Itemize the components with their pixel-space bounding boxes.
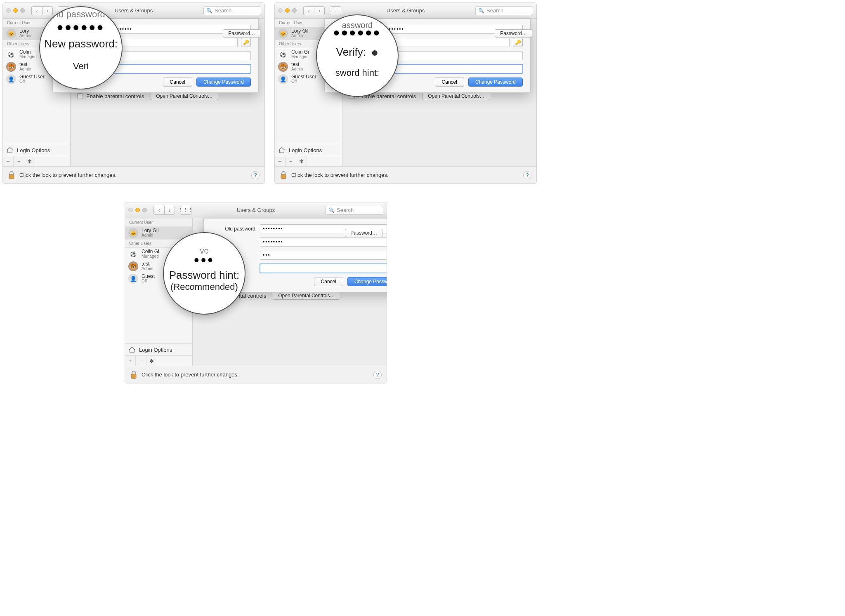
- avatar-icon: ⚽: [278, 49, 288, 59]
- home-icon: [278, 147, 286, 153]
- new-password-input[interactable]: [109, 38, 238, 47]
- traffic-lights: [6, 8, 25, 13]
- hint-input[interactable]: [109, 64, 251, 73]
- sidebar-bottom-toolbar: ＋ － ✻: [3, 156, 70, 166]
- password-assistant-icon[interactable]: 🔑: [513, 38, 523, 47]
- change-password-button[interactable]: Password…: [495, 29, 532, 38]
- close-dot-icon[interactable]: [278, 8, 283, 13]
- close-dot-icon[interactable]: [128, 208, 133, 212]
- users-groups-window-3: ‹ › ⋮⋮⋮ Users & Groups 🔍 Search Password…: [125, 202, 387, 383]
- search-field[interactable]: 🔍 Search: [475, 6, 533, 15]
- cancel-button[interactable]: Cancel: [314, 277, 343, 286]
- open-parental-controls-button[interactable]: Open Parental Controls…: [422, 92, 490, 100]
- verify-input[interactable]: [381, 51, 523, 60]
- cancel-button[interactable]: Cancel: [435, 78, 464, 87]
- add-user-button[interactable]: ＋: [275, 156, 286, 166]
- open-parental-controls-button[interactable]: Open Parental Controls…: [151, 92, 218, 100]
- open-parental-controls-button[interactable]: Open Parental Controls…: [273, 292, 340, 300]
- avatar-icon: 🐯: [278, 62, 288, 72]
- verify-input[interactable]: [109, 51, 251, 60]
- back-button[interactable]: ‹: [153, 206, 164, 215]
- show-all-button[interactable]: ⋮⋮⋮: [330, 6, 341, 15]
- toolbar: ‹ › ⋮⋮⋮ Users & Groups 🔍 Search: [125, 202, 387, 218]
- traffic-lights: [278, 8, 297, 13]
- login-options-button[interactable]: Login Options: [275, 144, 342, 156]
- magnifier-lens: ve ••• Password hint: (Recommended): [163, 232, 245, 315]
- sidebar-settings-button[interactable]: ✻: [146, 356, 157, 366]
- help-button[interactable]: ?: [373, 371, 382, 379]
- nav-buttons: ‹ ›: [31, 6, 53, 15]
- old-password-label: Old password:: [211, 226, 257, 232]
- search-icon: 🔍: [328, 207, 335, 213]
- lock-text: Click the lock to prevent further change…: [142, 371, 239, 378]
- search-field[interactable]: 🔍 Search: [203, 6, 261, 15]
- zoom-dot-icon[interactable]: [20, 8, 25, 13]
- svg-rect-1: [281, 174, 286, 179]
- hint-input[interactable]: [381, 64, 523, 73]
- sidebar-bottom-toolbar: ＋ － ✻: [125, 355, 192, 366]
- help-button[interactable]: ?: [523, 171, 531, 179]
- zoom-dot-icon[interactable]: [292, 8, 297, 13]
- minimize-dot-icon[interactable]: [135, 208, 140, 212]
- hint-input[interactable]: [260, 264, 387, 273]
- change-password-submit-button[interactable]: Change Password: [196, 78, 251, 87]
- avatar-icon: 🐯: [6, 62, 16, 72]
- login-options-button[interactable]: Login Options: [125, 343, 192, 355]
- remove-user-button[interactable]: －: [136, 356, 146, 366]
- remove-user-button[interactable]: －: [286, 156, 296, 166]
- forward-button[interactable]: ›: [42, 6, 53, 15]
- avatar-icon: 🐱: [128, 228, 138, 238]
- change-password-button[interactable]: Password…: [345, 229, 382, 237]
- toolbar: ‹ › ⋮⋮⋮ Users & Groups 🔍 Search: [3, 3, 264, 19]
- search-field[interactable]: 🔍 Search: [326, 206, 383, 215]
- checkbox-icon[interactable]: [77, 93, 83, 99]
- forward-button[interactable]: ›: [164, 206, 175, 215]
- zoom-dot-icon[interactable]: [142, 208, 147, 212]
- back-button[interactable]: ‹: [303, 6, 314, 15]
- footer: Click the lock to prevent further change…: [3, 166, 264, 183]
- forward-button[interactable]: ›: [314, 6, 325, 15]
- minimize-dot-icon[interactable]: [285, 8, 290, 13]
- svg-rect-0: [9, 174, 14, 179]
- home-icon: [128, 346, 136, 353]
- avatar-icon: 🐯: [128, 261, 138, 271]
- option-parental: Enable parental controls: [86, 93, 144, 99]
- change-password-submit-button[interactable]: Change Password: [347, 277, 387, 286]
- login-options-button[interactable]: Login Options: [3, 144, 70, 156]
- add-user-button[interactable]: ＋: [125, 356, 136, 366]
- sidebar-item-lory[interactable]: 🐱 Lory Gil Admin: [125, 227, 192, 239]
- users-groups-window-1: ‹ › ⋮⋮⋮ Users & Groups 🔍 Search Password…: [2, 2, 265, 184]
- avatar-icon: 🐱: [6, 28, 16, 38]
- search-icon: 🔍: [206, 8, 212, 14]
- lock-icon[interactable]: [8, 171, 15, 180]
- nav-buttons: ‹ ›: [303, 6, 325, 15]
- back-button[interactable]: ‹: [31, 6, 42, 15]
- change-password-button[interactable]: Password…: [223, 29, 260, 38]
- minimize-dot-icon[interactable]: [13, 8, 18, 13]
- lock-icon[interactable]: [280, 171, 287, 180]
- show-all-button[interactable]: ⋮⋮⋮: [180, 206, 191, 215]
- search-placeholder: Search: [486, 7, 503, 14]
- add-user-button[interactable]: ＋: [3, 156, 14, 166]
- new-password-input[interactable]: [260, 237, 387, 247]
- password-dots: ••••••: [57, 22, 105, 33]
- remove-user-button[interactable]: －: [14, 156, 24, 166]
- help-button[interactable]: ?: [251, 171, 260, 179]
- password-dots: ••••••: [333, 28, 381, 38]
- sidebar-bottom-toolbar: ＋ － ✻: [275, 156, 342, 166]
- search-placeholder: Search: [337, 207, 354, 213]
- sidebar-settings-button[interactable]: ✻: [24, 156, 35, 166]
- close-dot-icon[interactable]: [6, 8, 11, 13]
- avatar-icon: ⚽: [6, 49, 16, 59]
- lock-icon[interactable]: [130, 370, 137, 379]
- lock-text: Click the lock to prevent further change…: [291, 172, 389, 178]
- verify-input[interactable]: [260, 251, 387, 260]
- new-password-input[interactable]: [381, 38, 510, 47]
- cancel-button[interactable]: Cancel: [163, 78, 192, 87]
- magnifier-lens: assword •••••• Verify: ● sword hint:: [316, 14, 399, 97]
- password-assistant-icon[interactable]: 🔑: [241, 38, 251, 47]
- password-dots: •••: [194, 256, 215, 265]
- sidebar-settings-button[interactable]: ✻: [296, 156, 307, 166]
- svg-rect-2: [131, 374, 136, 379]
- change-password-submit-button[interactable]: Change Password: [468, 78, 523, 87]
